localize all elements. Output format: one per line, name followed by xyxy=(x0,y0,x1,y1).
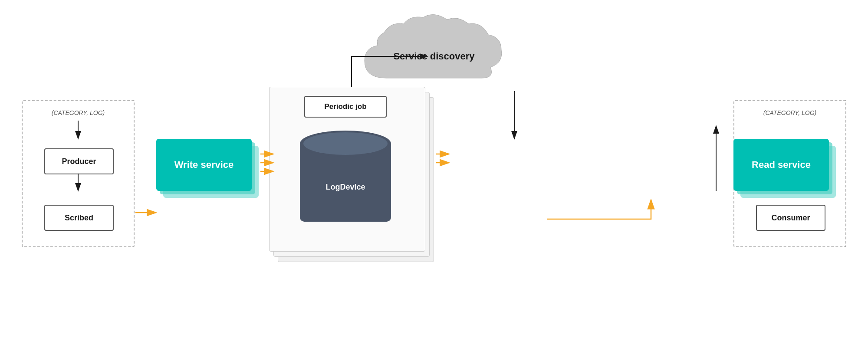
read-service-front: Read service xyxy=(733,139,829,191)
consumer-box: Consumer xyxy=(756,205,825,231)
cylinder-top-highlight xyxy=(303,132,388,155)
scribed-label: Scribed xyxy=(65,213,93,223)
write-service-front: Write service xyxy=(156,139,252,191)
center-panel: Periodic job LogDevice xyxy=(269,87,434,273)
write-service-label: Write service xyxy=(174,159,234,170)
periodic-job-label: Periodic job xyxy=(324,102,366,111)
scribed-box: Scribed xyxy=(44,205,114,231)
periodic-job-box: Periodic job xyxy=(304,96,387,118)
center-panel-front: Periodic job LogDevice xyxy=(269,87,425,252)
service-discovery-label: Service discovery xyxy=(393,51,474,62)
diagram-container: Service discovery (CATEGORY, LOG) Produc… xyxy=(0,0,868,354)
read-service-label: Read service xyxy=(752,159,811,170)
producer-container: (CATEGORY, LOG) Producer Scribed xyxy=(22,100,135,247)
service-discovery-cloud: Service discovery xyxy=(356,13,512,91)
consumer-label: Consumer xyxy=(771,213,810,223)
logdevice-label: LogDevice xyxy=(326,183,365,192)
producer-label: Producer xyxy=(62,157,96,166)
left-box-label: (CATEGORY, LOG) xyxy=(23,109,134,116)
producer-box: Producer xyxy=(44,148,114,174)
logdevice-cylinder: LogDevice xyxy=(300,131,391,226)
right-box-label: (CATEGORY, LOG) xyxy=(734,109,845,116)
